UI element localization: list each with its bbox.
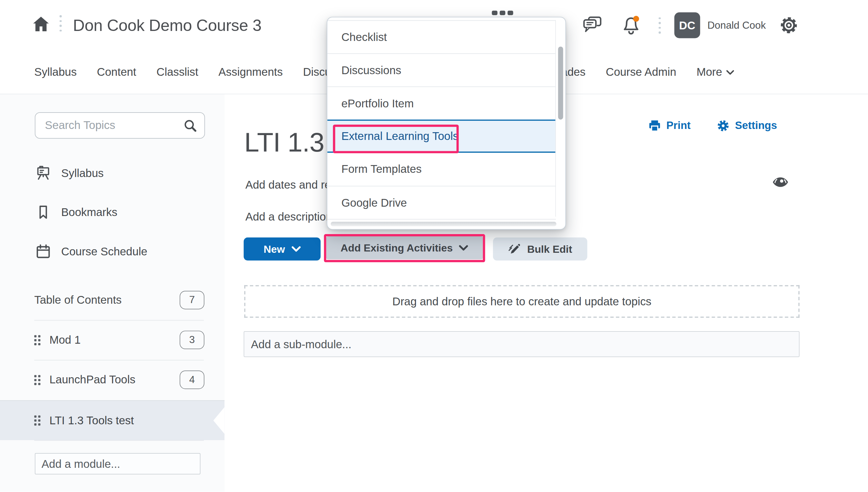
ellipsis-menu-icon[interactable] — [492, 10, 513, 15]
printer-icon — [648, 119, 661, 132]
search-topics — [35, 112, 205, 139]
drag-handle-icon[interactable] — [34, 375, 40, 385]
course-title: Don Cook Demo Course 3 — [73, 0, 262, 51]
chevron-down-icon — [459, 245, 469, 251]
nav-item-classlist[interactable]: Classlist — [156, 66, 198, 79]
calendar-icon — [35, 243, 52, 260]
sidebar-item-syllabus[interactable]: Syllabus — [35, 153, 205, 193]
chevron-down-icon — [726, 69, 735, 75]
dropdown-item-checklist[interactable]: Checklist — [327, 20, 556, 53]
header-divider-dots — [659, 17, 661, 33]
module-label: Mod 1 — [49, 334, 180, 346]
add-existing-activities-label: Add Existing Activities — [341, 242, 453, 254]
brightspace-content-page: Don Cook Demo Course 3 DC Donald C — [0, 0, 868, 492]
messages-icon[interactable] — [582, 16, 603, 35]
new-button-label: New — [264, 243, 285, 255]
gear-icon[interactable] — [778, 15, 799, 36]
nav-item-more[interactable]: More — [696, 66, 735, 79]
settings-gear-icon — [716, 119, 730, 132]
add-existing-activities-dropdown: Checklist Discussions ePortfolio Item Ex… — [327, 17, 566, 229]
notifications-bell-icon[interactable] — [621, 15, 642, 36]
chevron-down-icon — [291, 246, 301, 252]
sidebar-module-lti-13-tools-test-selected[interactable]: LTI 1.3 Tools test — [0, 400, 225, 440]
search-icon[interactable] — [183, 118, 198, 133]
dropdown-vertical-scrollbar[interactable] — [558, 47, 563, 120]
toc-label: Table of Contents — [34, 294, 122, 306]
dropdown-list: Checklist Discussions ePortfolio Item Ex… — [327, 20, 565, 226]
module-label: LTI 1.3 Tools test — [49, 414, 224, 427]
toc-count-badge: 7 — [180, 291, 204, 309]
bulk-edit-button[interactable]: Bulk Edit — [493, 238, 588, 261]
header-divider-dots — [60, 15, 61, 31]
nav-item-assignments[interactable]: Assignments — [219, 66, 283, 79]
dropdown-item-discussions[interactable]: Discussions — [327, 53, 556, 87]
page-actions: Print Settings — [648, 119, 777, 132]
print-label: Print — [667, 120, 691, 132]
pencil-icon — [508, 243, 521, 255]
dropdown-item-google-drive[interactable]: Google Drive — [327, 186, 556, 219]
add-sub-module-input[interactable] — [244, 331, 800, 357]
nav-item-syllabus[interactable]: Syllabus — [34, 66, 77, 79]
content-sidebar: Syllabus Bookmarks Cours — [0, 95, 225, 492]
selected-module-pointer — [214, 407, 225, 434]
sidebar-module-launchpad-tools[interactable]: LaunchPad Tools 4 — [34, 360, 204, 400]
search-input[interactable] — [35, 112, 205, 139]
visibility-eye-icon[interactable] — [772, 176, 789, 188]
sidebar-item-label: Bookmarks — [61, 206, 117, 219]
module-label: LaunchPad Tools — [49, 373, 180, 386]
bulk-edit-label: Bulk Edit — [527, 243, 572, 255]
header-right-cluster: DC Donald Cook — [582, 0, 799, 51]
home-icon[interactable] — [32, 15, 49, 33]
drag-handle-icon[interactable] — [34, 416, 40, 425]
module-count-badge: 3 — [180, 331, 204, 349]
sidebar-item-label: Course Schedule — [61, 245, 147, 258]
dropdown-item-form-templates[interactable]: Form Templates — [327, 153, 556, 186]
settings-label: Settings — [735, 120, 777, 132]
nav-item-content[interactable]: Content — [97, 66, 137, 79]
drag-handle-icon[interactable] — [34, 335, 40, 345]
add-sub-module — [244, 331, 800, 357]
drag-drop-zone[interactable]: Drag and drop files here to create and u… — [244, 285, 799, 318]
sidebar-module-mod1[interactable]: Mod 1 3 — [34, 320, 204, 360]
notification-dot — [633, 16, 639, 22]
new-button[interactable]: New — [244, 238, 321, 261]
module-count-badge: 4 — [180, 370, 204, 389]
nav-item-course-admin[interactable]: Course Admin — [606, 66, 676, 79]
dropdown-item-eportfolio-item[interactable]: ePortfolio Item — [327, 87, 556, 120]
dropdown-horizontal-scrollbar[interactable] — [331, 222, 556, 226]
avatar[interactable]: DC — [674, 12, 700, 38]
add-existing-activities-button[interactable]: Add Existing Activities — [326, 236, 483, 259]
nav-item-more-label: More — [696, 66, 722, 79]
divider — [34, 440, 204, 441]
sidebar-item-bookmarks[interactable]: Bookmarks — [35, 193, 205, 232]
easel-icon — [35, 165, 52, 181]
drag-drop-text: Drag and drop files here to create and u… — [392, 295, 651, 308]
add-module-input[interactable] — [35, 453, 201, 474]
user-name: Donald Cook — [708, 19, 766, 31]
add-module — [35, 453, 201, 474]
print-button[interactable]: Print — [648, 119, 691, 132]
sidebar-links: Syllabus Bookmarks Cours — [35, 153, 205, 271]
sidebar-item-label: Syllabus — [61, 166, 104, 179]
settings-button[interactable]: Settings — [716, 119, 777, 132]
dropdown-item-external-learning-tools[interactable]: External Learning Tools — [327, 120, 556, 153]
bookmark-icon — [35, 204, 52, 221]
sidebar-item-course-schedule[interactable]: Course Schedule — [35, 232, 205, 271]
sidebar-item-table-of-contents[interactable]: Table of Contents 7 — [34, 280, 204, 320]
dropdown-scroll-gutter — [555, 20, 556, 217]
